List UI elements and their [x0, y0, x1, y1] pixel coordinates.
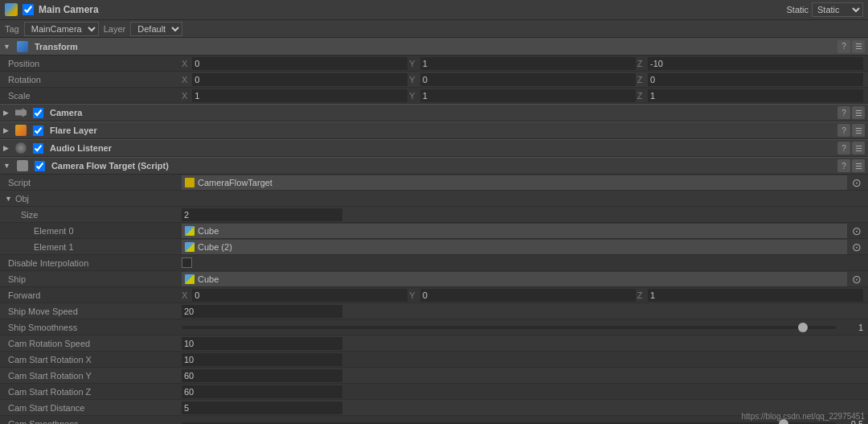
audio-arrow: ▶: [3, 144, 9, 152]
size-input[interactable]: [182, 208, 342, 221]
ship-move-speed-row: Ship Move Speed: [0, 303, 868, 319]
flare-icon: [15, 125, 27, 136]
script-section-header[interactable]: ▼ Camera Flow Target (Script) ? ☰: [0, 157, 868, 175]
layer-dropdown[interactable]: Default: [130, 22, 182, 36]
ship-smoothness-slider-container: 1: [182, 323, 863, 332]
element0-text: Cube: [198, 226, 219, 236]
rotation-z-input[interactable]: [648, 73, 863, 86]
flare-help-btn[interactable]: ?: [837, 124, 850, 137]
element0-ref[interactable]: Cube: [182, 224, 847, 238]
forward-z-input[interactable]: [648, 289, 863, 302]
cam-start-rot-x-label: Cam Start Rotation X: [5, 355, 182, 364]
rotation-z-field: Z: [637, 73, 863, 86]
rotation-x-input[interactable]: [192, 73, 407, 86]
active-checkbox[interactable]: [23, 4, 34, 15]
camera-help-btn[interactable]: ?: [837, 106, 850, 119]
camera-active-checkbox[interactable]: [33, 108, 43, 118]
camera-label: Camera: [50, 108, 82, 117]
size-value: [182, 208, 863, 221]
transform-menu-btn[interactable]: ☰: [852, 40, 865, 53]
ship-move-speed-input[interactable]: [182, 305, 342, 318]
transform-section-header[interactable]: ▼ Transform ? ☰: [0, 38, 868, 56]
cam-start-rot-y-row: Cam Start Rotation Y: [0, 368, 868, 384]
scale-y-input[interactable]: [420, 89, 636, 102]
element1-icon: [185, 242, 194, 252]
script-dot-menu[interactable]: ⊙: [850, 176, 863, 189]
flare-menu-btn[interactable]: ☰: [852, 124, 865, 137]
script-active-checkbox[interactable]: [35, 161, 45, 171]
transform-header-icons: ? ☰: [837, 40, 865, 53]
position-xyz: X Y Z: [182, 57, 863, 70]
transform-help-btn[interactable]: ?: [837, 40, 850, 53]
obj-section-header[interactable]: ▼ Obj: [0, 191, 868, 207]
cam-rotation-speed-input[interactable]: [182, 337, 342, 350]
element1-text: Cube (2): [198, 242, 232, 252]
script-menu-btn[interactable]: ☰: [852, 159, 865, 172]
static-dropdown[interactable]: Nothing Static: [812, 2, 863, 17]
rotation-row: Rotation X Y Z: [0, 72, 868, 88]
script-label: Camera Flow Target (Script): [51, 161, 169, 171]
scale-x-input[interactable]: [192, 89, 407, 102]
rotation-y-label: Y: [409, 75, 420, 84]
camera-section-header[interactable]: ▶ Camera ? ☰: [0, 104, 868, 121]
cam-start-rot-y-input[interactable]: [182, 369, 342, 382]
audio-active-checkbox[interactable]: [33, 143, 43, 154]
element1-ref[interactable]: Cube (2): [182, 240, 847, 254]
cam-start-rot-y-label: Cam Start Rotation Y: [5, 371, 182, 381]
position-z-label: Z: [637, 59, 648, 68]
element0-dot-menu[interactable]: ⊙: [850, 224, 863, 237]
forward-x-input[interactable]: [192, 289, 407, 302]
ship-smoothness-slider[interactable]: [182, 326, 836, 329]
position-value: X Y Z: [182, 57, 863, 70]
forward-row: Forward X Y Z: [0, 287, 868, 303]
camera-header-icons: ? ☰: [837, 106, 865, 119]
cam-start-rot-z-label: Cam Start Rotation Z: [5, 387, 182, 397]
camera-menu-btn[interactable]: ☰: [852, 106, 865, 119]
ship-row: Ship Cube ⊙: [0, 271, 868, 287]
cam-start-rot-z-input[interactable]: [182, 385, 342, 398]
ship-label: Ship: [5, 274, 182, 284]
disable-interp-row: Disable Interpolation: [0, 255, 868, 271]
audio-label: Audio Listener: [50, 143, 112, 153]
position-y-input[interactable]: [420, 57, 636, 70]
tag-dropdown[interactable]: MainCamera: [24, 22, 99, 36]
size-row: Size: [0, 207, 868, 223]
element1-label: Element 1: [5, 242, 182, 252]
ship-dot-menu[interactable]: ⊙: [850, 273, 863, 286]
element1-dot-menu[interactable]: ⊙: [850, 241, 863, 253]
script-ref[interactable]: CameraFlowTarget: [182, 175, 847, 190]
script-ref-text: CameraFlowTarget: [198, 178, 272, 187]
script-help-btn[interactable]: ?: [837, 159, 850, 172]
cam-start-rot-x-input[interactable]: [182, 353, 342, 366]
cam-start-rot-x-row: Cam Start Rotation X: [0, 352, 868, 368]
title-bar-left: Main Camera: [5, 3, 99, 16]
rotation-y-input[interactable]: [420, 73, 636, 86]
scale-z-label: Z: [637, 91, 648, 101]
flare-arrow: ▶: [3, 126, 9, 134]
script-prop-value: CameraFlowTarget ⊙: [182, 175, 863, 190]
scale-x-field: X: [182, 89, 407, 102]
disable-interp-checkbox[interactable]: [182, 257, 192, 268]
forward-y-field: Y: [409, 289, 635, 302]
cam-start-rot-z-row: Cam Start Rotation Z: [0, 384, 868, 400]
scale-z-input[interactable]: [648, 89, 863, 102]
position-x-input[interactable]: [192, 57, 407, 70]
ship-move-speed-label: Ship Move Speed: [5, 307, 182, 316]
audio-help-btn[interactable]: ?: [837, 142, 850, 154]
ship-smoothness-value-text: 1: [839, 323, 863, 332]
ship-icon: [185, 274, 194, 284]
ship-move-speed-value: [182, 305, 863, 318]
audio-section-header[interactable]: ▶ Audio Listener ? ☰: [0, 139, 868, 157]
cam-start-dist-input[interactable]: [182, 401, 342, 414]
ship-ref[interactable]: Cube: [182, 272, 847, 286]
audio-menu-btn[interactable]: ☰: [852, 142, 865, 154]
cam-smoothness-label: Cam Smoothness: [5, 419, 182, 425]
flare-active-checkbox[interactable]: [33, 126, 43, 136]
position-label: Position: [5, 59, 182, 68]
forward-y-input[interactable]: [420, 289, 636, 302]
ship-smoothness-thumb: [798, 323, 808, 332]
position-z-input[interactable]: [648, 57, 863, 70]
flare-section-header[interactable]: ▶ Flare Layer ? ☰: [0, 121, 868, 139]
position-y-field: Y: [409, 57, 635, 70]
scale-row: Scale X Y Z: [0, 88, 868, 104]
